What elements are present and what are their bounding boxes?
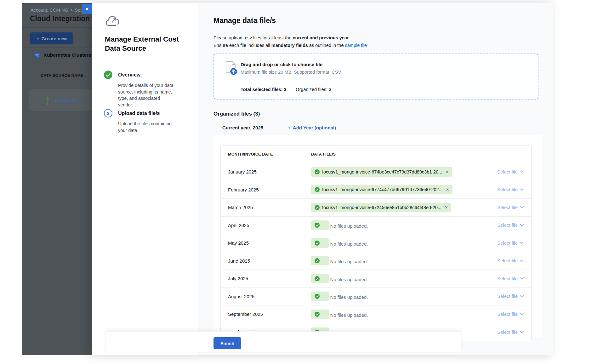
step-number-badge: 2 (104, 109, 112, 117)
chevron-down-icon (520, 331, 524, 333)
file-success-check-icon (315, 276, 320, 281)
organized-files-label: Organized files: (296, 87, 327, 92)
remove-file-icon[interactable]: ✕ (445, 205, 448, 210)
table-row: May 2025 No files uploaded. Select file (221, 234, 531, 252)
sample-file-link[interactable]: sample file (345, 43, 367, 48)
table-row: February 2025 focusv1_mongo-invoice-6774… (221, 181, 531, 199)
no-files-text: No files uploaded. (330, 241, 368, 247)
chevron-down-icon (520, 242, 524, 244)
tab-kubernetes-clusters[interactable]: Kubernetes Clusters (34, 52, 91, 58)
select-file-dropdown[interactable]: Select file (497, 187, 524, 192)
file-chip: focusv1_mongo-invoice-6774c477b667901d77… (311, 185, 452, 194)
file-chip: focusv1_mongo-invoice-674be3ce47c73d37dd… (311, 167, 452, 177)
table-header-row: MONTH/INVOICE DATE DATA FILE/S (221, 146, 531, 163)
total-selected-value: 3 (284, 87, 287, 92)
mongodb-leaf-icon (45, 95, 50, 105)
select-file-dropdown[interactable]: Select file (497, 240, 524, 246)
select-file-dropdown[interactable]: Select file (497, 169, 524, 174)
table-row: March 2025 focusv1_mongo-invoice-672456e… (221, 199, 531, 217)
organized-files-heading: Organized files (3) (213, 111, 260, 117)
step-upload-data-files[interactable]: 2 Upload data file/s Upload the files co… (104, 109, 176, 134)
drawer-footer: Finish (106, 331, 461, 352)
no-files-text: No files uploaded. (330, 294, 368, 300)
organized-files-value: 3 (329, 87, 331, 92)
step-title: Overview (118, 72, 140, 78)
kubernetes-icon (34, 52, 40, 58)
chevron-down-icon (520, 313, 524, 315)
finish-button[interactable]: Finish (213, 337, 241, 349)
create-new-button[interactable]: + Create new (30, 32, 73, 44)
select-file-dropdown[interactable]: Select file (497, 293, 524, 299)
table-body: January 2025 focusv1_mongo-invoice-674be… (221, 163, 531, 341)
remove-file-icon[interactable]: ✕ (446, 187, 449, 192)
divider (241, 82, 530, 82)
page-title: Cloud Integration (30, 14, 90, 23)
table-row: July 2025 No files uploaded. Select file (221, 270, 531, 288)
select-file-dropdown[interactable]: Select file (497, 205, 524, 210)
step-description: Upload the files containing your data. (118, 121, 174, 134)
manage-data-files-panel: Manage data file/s Please upload .csv fi… (198, 3, 553, 355)
dropzone-subtitle: Maximum file size 20 MB; Supported forma… (241, 70, 341, 75)
select-file-dropdown[interactable]: Select file (497, 222, 524, 228)
table-row: September 2025 No files uploaded. Select… (221, 305, 531, 323)
column-header-data-file: DATA FILE/S (311, 152, 485, 156)
tab-panel: MONTH/INVOICE DATE DATA FILE/S January 2… (213, 135, 542, 338)
plus-icon: + (288, 125, 291, 130)
file-chip: focusv1_mongo-invoice-672456ee851bbb28c6… (311, 203, 451, 212)
table-row: April 2025 No files uploaded. Select fil… (221, 217, 531, 235)
plus-icon: + (37, 36, 39, 41)
chevron-down-icon (520, 277, 524, 280)
select-file-dropdown[interactable]: Select file (497, 311, 524, 317)
external-cost-cloud-icon (105, 15, 120, 28)
chevron-down-icon (520, 224, 524, 226)
month-label: January 2025 (221, 169, 311, 174)
step-complete-check-icon (104, 71, 112, 79)
month-label: April 2025 (221, 223, 311, 228)
breadcrumb-separator: > (70, 8, 73, 13)
file-success-check-icon (315, 258, 320, 263)
close-icon[interactable]: ✕ (82, 4, 92, 14)
file-chip (311, 274, 329, 283)
select-file-dropdown[interactable]: Select file (497, 258, 524, 263)
data-source-link[interactable]: test-jbisht (55, 98, 78, 103)
remove-file-icon[interactable]: ✕ (445, 169, 448, 174)
no-files-text: No files uploaded. (330, 277, 368, 282)
month-label: March 2025 (221, 205, 311, 210)
dropzone-title: Drag and drop or click to choose file (241, 62, 322, 67)
chevron-down-icon (520, 206, 524, 208)
vertical-divider (291, 87, 292, 92)
file-chip (311, 238, 329, 248)
tab-current-year[interactable]: Current year, 2025 (213, 124, 272, 136)
month-label: June 2025 (221, 258, 311, 264)
no-files-text: No files uploaded. (330, 312, 368, 318)
background-app-dimmed: Account: CCM-NG>Set Cloud Integration + … (22, 3, 92, 355)
file-success-check-icon (315, 223, 320, 228)
file-chip (311, 310, 329, 319)
add-year-button[interactable]: + Add Year (optional) (288, 124, 336, 130)
breadcrumb-section[interactable]: Set (75, 8, 82, 13)
total-selected-label: Total selected files: (241, 87, 283, 92)
select-file-dropdown[interactable]: Select file (497, 329, 524, 335)
no-files-text: No files uploaded. (330, 259, 368, 264)
file-dropzone[interactable]: Drag and drop or click to choose file Ma… (213, 54, 538, 100)
table-row: June 2025 No files uploaded. Select file (221, 252, 531, 270)
upload-file-icon (224, 60, 239, 76)
step-title: Upload data file/s (118, 111, 160, 116)
breadcrumb-account-link[interactable]: Account: CCM-NG (31, 8, 68, 13)
month-label: May 2025 (221, 240, 311, 246)
month-label: July 2025 (221, 276, 311, 281)
file-chip (311, 220, 329, 230)
column-header-month: MONTH/INVOICE DATE (221, 152, 311, 156)
select-file-dropdown[interactable]: Select file (497, 276, 524, 281)
table-row: January 2025 focusv1_mongo-invoice-674be… (221, 163, 531, 181)
data-source-row[interactable]: test-jbisht (29, 89, 92, 111)
divider (22, 27, 92, 28)
step-overview[interactable]: Overview Provide details of your data so… (104, 71, 176, 108)
file-success-check-icon (315, 205, 320, 210)
intro-line-2: Ensure each file includes all mandatory … (213, 42, 367, 48)
step-description: Provide details of your data source, inc… (118, 82, 174, 108)
file-success-check-icon (315, 169, 320, 174)
months-table: MONTH/INVOICE DATE DATA FILE/S January 2… (220, 145, 532, 341)
file-name: focusv1_mongo-invoice-672456ee851bbb28c6… (322, 205, 441, 210)
file-name: focusv1_mongo-invoice-6774c477b667901d77… (322, 187, 443, 192)
